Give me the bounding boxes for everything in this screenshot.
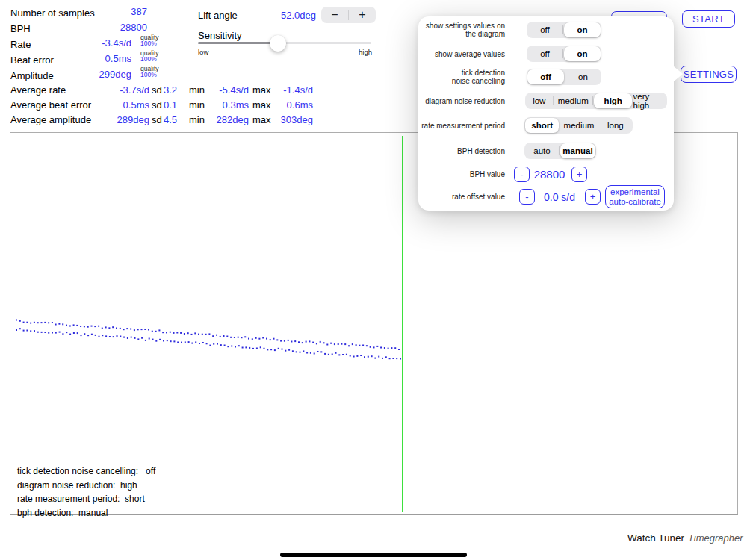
sensitivity-label: Sensitivity	[198, 30, 242, 41]
max-label: max	[252, 114, 271, 125]
segment-on[interactable]: on	[564, 46, 601, 61]
min-label: min	[189, 99, 205, 111]
quality-value: 100%	[140, 56, 159, 62]
avg-value: -3.7s/d	[82, 84, 149, 96]
app-branding: Watch Tuner Timegrapher	[627, 532, 743, 544]
app-name: Timegrapher	[688, 532, 743, 544]
segment-manual[interactable]: manual	[560, 143, 595, 158]
brand-name: Watch Tuner	[627, 532, 684, 544]
auto-calibrate-button[interactable]: experimental auto-calibrate	[605, 185, 665, 208]
sensitivity-slider-fill	[198, 42, 278, 44]
bph-minus-button[interactable]: -	[514, 167, 530, 182]
rate-offset-label: rate offset value	[418, 189, 505, 205]
lift-angle-label: Lift angle	[198, 10, 238, 21]
sensitivity-high-label: high	[342, 48, 372, 56]
bph-value: 28800	[529, 168, 570, 181]
lift-angle-stepper: − +	[321, 7, 376, 23]
bph-value: 28800	[87, 22, 147, 33]
rate-offset-value: 0.0 s/d	[540, 191, 579, 203]
bph-detection-segmented: auto manual	[524, 143, 596, 159]
min-label: min	[189, 84, 205, 96]
avg-value: 289deg	[82, 114, 149, 125]
segment-off[interactable]: off	[527, 46, 563, 62]
segment-short[interactable]: short	[525, 118, 559, 133]
measurement-marker-line	[402, 136, 403, 512]
show-average-segmented: off on	[527, 46, 601, 62]
samples-value: 387	[87, 6, 147, 17]
avg-label: Average amplitude	[10, 114, 91, 125]
segment-medium[interactable]: medium	[560, 117, 598, 134]
min-label: min	[189, 114, 205, 125]
quality-value: 100%	[140, 40, 159, 46]
bph-plus-button[interactable]: +	[571, 167, 587, 182]
beat-error-quality-badge: quality 100%	[140, 50, 159, 62]
amplitude-quality-badge: quality 100%	[140, 66, 159, 78]
noise-reduction-segmented: low medium high very high	[525, 93, 667, 109]
segment-on[interactable]: on	[565, 69, 601, 85]
sd-value: 3.2	[164, 84, 177, 96]
rate-row: Rate	[10, 37, 31, 49]
diagram-settings-info: tick detection noise cancelling: off dia…	[17, 464, 155, 520]
rate-value: -3.4s/d	[72, 37, 131, 49]
segment-high[interactable]: high	[594, 93, 632, 108]
tick-noise-label: tick detection noise cancelling	[418, 69, 505, 85]
bph-value-label: BPH value	[418, 167, 505, 182]
amplitude-row: Amplitude	[10, 69, 54, 81]
segment-long[interactable]: long	[598, 117, 633, 134]
bph-detection-label: BPH detection	[418, 143, 505, 159]
rate-label: Rate	[10, 39, 31, 50]
amplitude-label: Amplitude	[10, 70, 54, 81]
sensitivity-slider[interactable]	[198, 42, 371, 44]
beat-error-row: Beat error	[10, 53, 54, 65]
max-value: -1.4s/d	[270, 84, 313, 96]
show-settings-label: show settings values on the diagram	[418, 22, 505, 38]
show-average-label: show average values	[418, 46, 505, 62]
rate-offset-minus-button[interactable]: -	[519, 189, 535, 205]
max-label: max	[252, 99, 271, 111]
beat-error-value: 0.5ms	[72, 53, 131, 64]
avg-label: Average beat error	[10, 99, 91, 111]
avg-value: 0.5ms	[82, 99, 149, 111]
rate-period-label: rate measurement period	[418, 117, 505, 134]
samples-row: Number of samples	[10, 6, 95, 18]
max-label: max	[252, 84, 271, 96]
show-settings-segmented: off on	[527, 22, 601, 38]
rate-quality-badge: quality 100%	[140, 34, 159, 46]
quality-value: 100%	[140, 72, 159, 78]
max-value: 303deg	[270, 114, 313, 125]
segment-off[interactable]: off	[527, 69, 564, 84]
tick-noise-segmented: off on	[527, 69, 601, 85]
segment-auto[interactable]: auto	[524, 143, 560, 159]
bph-row: BPH	[10, 22, 31, 34]
min-value: 0.3ms	[205, 99, 249, 111]
avg-label: Average rate	[10, 84, 66, 96]
sd-label: sd	[152, 114, 162, 125]
bph-label: BPH	[10, 23, 31, 34]
amplitude-value: 299deg	[72, 69, 131, 80]
max-value: 0.6ms	[270, 99, 313, 111]
lift-angle-minus-button[interactable]: −	[321, 7, 348, 23]
settings-button[interactable]: SETTINGS	[681, 66, 737, 83]
sd-value: 0.1	[164, 99, 177, 111]
sd-label: sd	[152, 99, 162, 111]
segment-low[interactable]: low	[525, 93, 554, 109]
noise-reduction-label: diagram noise reduction	[418, 93, 505, 109]
settings-popover: show settings values on the diagram off …	[418, 16, 674, 211]
samples-label: Number of samples	[10, 7, 95, 19]
rate-period-segmented: short medium long	[524, 117, 633, 134]
start-button[interactable]: START	[682, 10, 735, 28]
sensitivity-low-label: low	[198, 48, 208, 56]
sd-value: 4.5	[164, 114, 177, 125]
popover-arrow	[674, 66, 683, 81]
rate-offset-plus-button[interactable]: +	[585, 189, 601, 205]
segment-medium[interactable]: medium	[554, 93, 593, 109]
home-indicator[interactable]	[280, 553, 467, 557]
lift-angle-plus-button[interactable]: +	[349, 7, 376, 23]
segment-very-high[interactable]: very high	[633, 93, 667, 109]
min-value: 282deg	[205, 114, 249, 125]
min-value: -5.4s/d	[205, 84, 249, 96]
lift-angle-value: 52.0deg	[256, 10, 316, 21]
segment-off[interactable]: off	[527, 22, 563, 38]
sensitivity-slider-thumb[interactable]	[270, 35, 286, 52]
segment-on[interactable]: on	[564, 22, 601, 37]
